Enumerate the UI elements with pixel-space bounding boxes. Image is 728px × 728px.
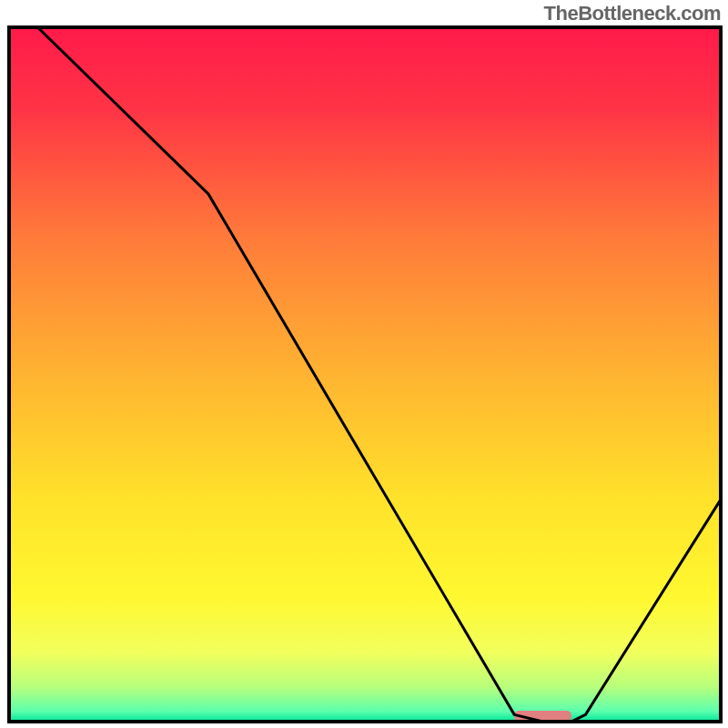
attribution-label: TheBottleneck.com <box>544 2 721 25</box>
chart-container: TheBottleneck.com <box>0 0 728 728</box>
bottleneck-chart <box>0 0 728 728</box>
plot-background <box>9 27 721 722</box>
